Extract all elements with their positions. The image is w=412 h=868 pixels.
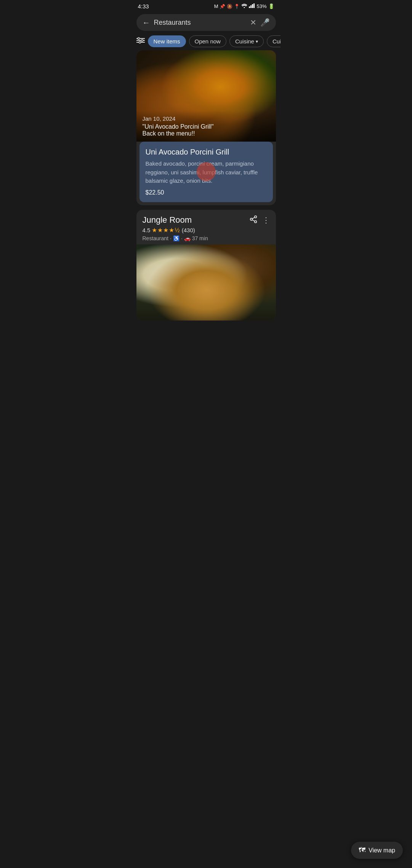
jungle-card-info: Jungle Room 4.5 ★★★★½ (430) Restaurant ·… xyxy=(143,215,249,241)
menu-item-description: Baked avocado, porcini cream, parmigiano… xyxy=(146,160,267,185)
battery-icon: 🔋 xyxy=(268,3,274,9)
meta-row: Restaurant · ♿ · 🚗 37 min xyxy=(143,235,249,241)
status-bar: 4:33 M 📌 🔕 📍 53% 🔋 xyxy=(132,0,281,11)
svg-rect-3 xyxy=(252,4,253,8)
drive-time: 🚗 37 min xyxy=(184,235,208,241)
card-image-date: Jan 10, 2024 xyxy=(143,115,270,122)
jungle-room-name: Jungle Room xyxy=(143,215,249,225)
card-image-title: "Uni Avocado Porcini Grill" Back on the … xyxy=(143,123,270,137)
wifi-icon xyxy=(241,3,247,9)
svg-line-14 xyxy=(252,220,254,221)
share-button[interactable] xyxy=(249,215,258,225)
more-options-button[interactable]: ⋮ xyxy=(262,215,270,225)
uni-avocado-card[interactable]: Jan 10, 2024 "Uni Avocado Porcini Grill"… xyxy=(136,50,276,205)
chip-new-items[interactable]: New items xyxy=(148,35,186,47)
jungle-card-actions: ⋮ xyxy=(249,215,270,225)
accessibility-icon: ♿ xyxy=(173,235,180,241)
svg-line-15 xyxy=(252,217,254,219)
battery-text: 53% xyxy=(256,3,266,9)
filter-sliders-icon[interactable] xyxy=(136,37,145,46)
jungle-food-image xyxy=(136,244,276,321)
rating-number: 4.5 xyxy=(143,227,151,233)
search-bar-container: ← Restaurants ✕ 🎤 xyxy=(132,11,281,34)
svg-rect-4 xyxy=(253,3,255,8)
svg-point-9 xyxy=(141,40,143,41)
menu-item-name: Uni Avocado Porcini Grill xyxy=(146,148,267,156)
chip-cuisine-1[interactable]: Cuisine ▾ xyxy=(229,35,264,47)
clear-search-button[interactable]: ✕ xyxy=(250,18,256,27)
svg-point-8 xyxy=(138,38,139,40)
signal-icon xyxy=(249,3,255,9)
svg-point-0 xyxy=(244,7,245,8)
rating-row: 4.5 ★★★★½ (430) xyxy=(143,227,249,234)
stars-icon: ★★★★½ xyxy=(152,227,180,234)
mic-button[interactable]: 🎤 xyxy=(260,18,270,27)
jungle-card-header: Jungle Room 4.5 ★★★★½ (430) Restaurant ·… xyxy=(136,210,276,244)
card-image-text: Jan 10, 2024 "Uni Avocado Porcini Grill"… xyxy=(136,111,276,142)
gmail-icon: M xyxy=(214,3,218,9)
svg-point-12 xyxy=(250,218,252,220)
svg-point-11 xyxy=(254,215,256,218)
jungle-food-overlay xyxy=(136,244,276,321)
restaurant-type: Restaurant xyxy=(143,235,168,241)
dot-separator: · xyxy=(170,235,172,241)
review-count: (430) xyxy=(182,227,195,233)
svg-rect-2 xyxy=(250,5,252,8)
back-button[interactable]: ← xyxy=(143,18,150,27)
svg-rect-1 xyxy=(249,6,250,8)
filter-row: New items Open now Cuisine ▾ Cuisine xyxy=(132,34,281,50)
pin-icon: 📌 xyxy=(220,4,225,9)
main-content: Jan 10, 2024 "Uni Avocado Porcini Grill"… xyxy=(132,50,281,325)
location-icon: 📍 xyxy=(234,4,240,9)
status-time: 4:33 xyxy=(138,3,149,10)
dot-separator-2: · xyxy=(181,235,183,241)
search-query[interactable]: Restaurants xyxy=(154,19,246,27)
status-icons: M 📌 🔕 📍 53% 🔋 xyxy=(214,3,274,9)
chevron-down-icon: ▾ xyxy=(256,39,258,44)
svg-point-13 xyxy=(254,220,256,223)
mute-icon: 🔕 xyxy=(227,4,232,9)
chip-open-now[interactable]: Open now xyxy=(189,35,226,47)
svg-point-10 xyxy=(139,41,141,43)
chip-cuisine-2[interactable]: Cuisine xyxy=(267,35,281,47)
search-bar[interactable]: ← Restaurants ✕ 🎤 xyxy=(136,14,276,31)
food-image: Jan 10, 2024 "Uni Avocado Porcini Grill"… xyxy=(136,50,276,142)
menu-item-price: $22.50 xyxy=(146,189,267,196)
jungle-room-card[interactable]: Jungle Room 4.5 ★★★★½ (430) Restaurant ·… xyxy=(136,210,276,321)
menu-item-info-card[interactable]: Uni Avocado Porcini Grill Baked avocado,… xyxy=(139,142,273,202)
